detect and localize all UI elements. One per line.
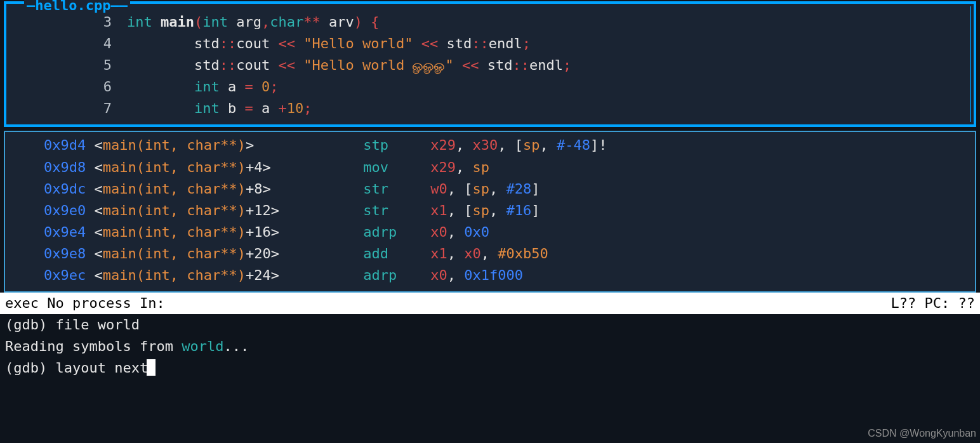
source-line: 7 int b = a +10; <box>10 98 970 119</box>
console-line: (gdb) file world <box>5 314 975 336</box>
asm-mnemonic: str <box>363 202 430 218</box>
asm-address: 0x9dc <box>44 181 86 197</box>
source-line: 4 std::cout << "Hello world" << std::end… <box>10 33 970 55</box>
source-code: int b = a +10; <box>127 98 312 119</box>
gdb-tui-root: —hello.cpp—— 3int main(int arg,char** ar… <box>0 1 980 443</box>
asm-symbol: main(int, char**) <box>103 246 246 261</box>
asm-symbol: main(int, char**) <box>103 137 246 153</box>
console-line: Reading symbols from world... <box>5 336 975 357</box>
asm-line: 0x9ec <main(int, char**)+24> adrp x0, 0x… <box>10 265 970 286</box>
cursor <box>147 359 156 376</box>
asm-operands: x1, [sp, #16] <box>430 202 540 218</box>
gdb-console[interactable]: (gdb) file worldReading symbols from wor… <box>0 314 980 379</box>
line-number: 5 <box>10 55 127 76</box>
source-code: std::cout << "Hello world ௐௐௐ" << std::e… <box>127 55 571 76</box>
source-pane[interactable]: —hello.cpp—— 3int main(int arg,char** ar… <box>4 1 976 127</box>
asm-line: 0x9dc <main(int, char**)+8> str w0, [sp,… <box>10 178 970 200</box>
asm-address: 0x9d8 <box>44 159 86 175</box>
asm-line: 0x9e8 <main(int, char**)+20> add x1, x0,… <box>10 243 970 265</box>
asm-symbol: main(int, char**) <box>103 202 246 218</box>
source-line: 6 int a = 0; <box>10 76 970 98</box>
line-number: 7 <box>10 98 127 119</box>
asm-symbol: main(int, char**) <box>103 224 246 240</box>
asm-line: 0x9d4 <main(int, char**)> stp x29, x30, … <box>10 135 970 156</box>
console-line: (gdb) layout next <box>5 357 975 379</box>
asm-mnemonic: adrp <box>363 267 430 283</box>
asm-address: 0x9e0 <box>44 202 86 218</box>
asm-operands: w0, [sp, #28] <box>430 181 540 197</box>
asm-mnemonic: stp <box>363 137 430 153</box>
asm-mnemonic: add <box>363 246 430 261</box>
asm-operands: x29, sp <box>430 159 489 175</box>
asm-symbol: main(int, char**) <box>103 159 246 175</box>
asm-operands: x1, x0, #0xb50 <box>430 246 548 261</box>
source-line: 3int main(int arg,char** arv) { <box>10 11 970 33</box>
source-code: int a = 0; <box>127 76 278 98</box>
asm-symbol: main(int, char**) <box>103 181 246 197</box>
line-number: 6 <box>10 76 127 98</box>
title-dash-right: —— <box>110 0 128 13</box>
asm-operands: x0, 0x1f000 <box>430 267 523 283</box>
asm-symbol: main(int, char**) <box>103 267 246 283</box>
watermark: CSDN @WongKyunban <box>868 426 976 442</box>
asm-line: 0x9e0 <main(int, char**)+12> str x1, [sp… <box>10 200 970 221</box>
status-right: L?? PC: ?? <box>891 293 975 314</box>
asm-address: 0x9e8 <box>44 246 86 261</box>
source-code: std::cout << "Hello world" << std::endl; <box>127 33 531 55</box>
title-dash-left: — <box>27 0 35 13</box>
asm-operands: x0, 0x0 <box>430 224 489 240</box>
asm-address: 0x9e4 <box>44 224 86 240</box>
source-line: 5 std::cout << "Hello world ௐௐௐ" << std:… <box>10 55 970 76</box>
asm-mnemonic: str <box>363 181 430 197</box>
source-body: 3int main(int arg,char** arv) {4 std::co… <box>6 4 974 124</box>
asm-address: 0x9d4 <box>44 137 86 153</box>
source-filename: hello.cpp <box>35 0 110 13</box>
asm-line: 0x9d8 <main(int, char**)+4> mov x29, sp <box>10 157 970 178</box>
asm-line: 0x9e4 <main(int, char**)+16> adrp x0, 0x… <box>10 221 970 243</box>
asm-operands: x29, x30, [sp, #-48]! <box>430 137 607 153</box>
line-number: 4 <box>10 33 127 55</box>
status-left: exec No process In: <box>5 293 165 314</box>
status-bar: exec No process In: L?? PC: ?? <box>0 293 980 314</box>
asm-mnemonic: adrp <box>363 224 430 240</box>
asm-address: 0x9ec <box>44 267 86 283</box>
asm-mnemonic: mov <box>363 159 430 175</box>
asm-pane[interactable]: 0x9d4 <main(int, char**)> stp x29, x30, … <box>4 131 976 293</box>
source-code: int main(int arg,char** arv) { <box>127 11 379 33</box>
source-pane-title: —hello.cpp—— <box>24 0 130 17</box>
